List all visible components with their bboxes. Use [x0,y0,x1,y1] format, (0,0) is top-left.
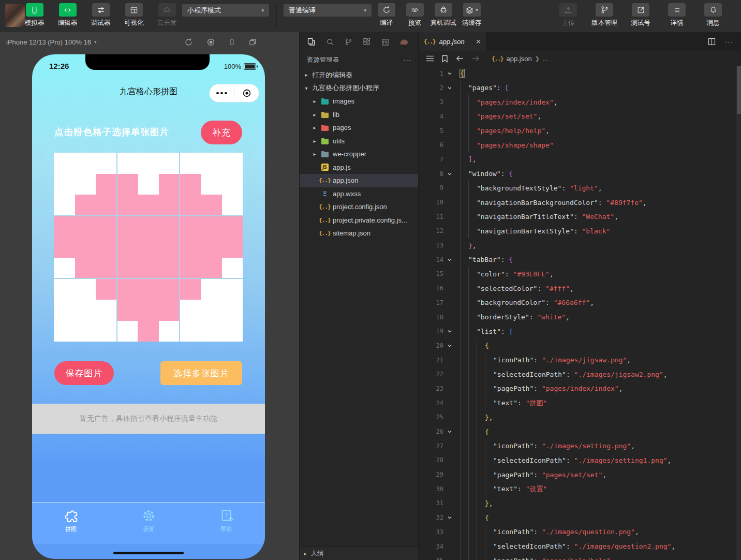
details-button[interactable]: 详情 [662,3,691,27]
code-line[interactable]: 24"text": "拼图" [419,396,741,410]
tree-open-editors[interactable]: ▸打开的编辑器 [300,68,419,82]
code-line[interactable]: 27"iconPath": "./images/setting.png", [419,439,741,453]
extensions-icon[interactable] [363,38,371,46]
code-line[interactable]: 28"selectedIconPath": "./images/setting1… [419,453,741,468]
tree-item-project.config.json[interactable]: {..}project.config.json [300,200,419,214]
code-line[interactable]: 16"selectedColor": "#fff", [419,281,741,296]
record-icon[interactable] [206,38,215,47]
code-line[interactable]: 15"color": "#93E0FE", [419,267,741,282]
tree-item-pages[interactable]: ▸pages [300,121,419,135]
code-line[interactable]: 21"iconPath": "./images/jigsaw.png", [419,353,741,367]
upload-button[interactable]: 上传 [554,3,583,27]
device-debug-button[interactable]: 真机调试 [431,3,456,27]
code-line[interactable]: 1{ [419,66,741,81]
editor-button[interactable]: 编辑器 [55,3,80,27]
compile-button[interactable]: 编译 [374,3,399,27]
compile-mode-select[interactable]: 普通编译 ▾ [284,4,372,17]
messages-button[interactable]: 消息 [699,3,728,27]
code-line[interactable]: 33"iconPath": "./images/question.png", [419,525,741,539]
indent-guides [460,424,485,439]
tree-item-we-cropper[interactable]: ▸we-cropper [300,148,419,161]
code-line[interactable]: 12"navigationBarTextStyle": "black" [419,224,741,239]
tabbar-item-jigsaw[interactable]: 拼图 [32,503,110,544]
code-line[interactable]: 23"pagePath": "pages/index/index", [419,381,741,396]
code-line[interactable]: 25}, [419,410,741,425]
forward-arrow-icon[interactable] [471,55,480,62]
tree-item-images[interactable]: ▸images [300,95,419,108]
git-branch-icon[interactable] [345,38,352,46]
capsule-exit-button[interactable] [234,89,259,98]
code-line[interactable]: 26{ [419,424,741,439]
code-line[interactable]: 2"pages": [ [419,81,741,95]
code-line[interactable]: 17"backgroundColor": "#66a6ff", [419,296,741,310]
debugger-button[interactable]: 调试器 [88,3,113,27]
device-icon[interactable] [229,38,235,47]
code-line[interactable]: 9"backgroundTextStyle": "light", [419,181,741,196]
tree-project-root[interactable]: ▾九宫格心形拼图小程序 [300,82,419,95]
code-line[interactable]: 30"text": "设置" [419,482,741,496]
heart-puzzle-grid[interactable] [54,153,243,342]
more-actions-icon[interactable]: ··· [403,56,411,64]
code-line[interactable]: 13}, [419,238,741,253]
code-line[interactable]: 32{ [419,510,741,525]
scrollbar-thumb[interactable] [737,66,741,114]
refresh-icon[interactable] [184,38,193,47]
visualization-button[interactable]: 可视化 [121,3,146,27]
npm-icon[interactable] [381,38,389,46]
tree-item-utils[interactable]: ▸utils [300,135,419,148]
more-actions-icon[interactable]: ··· [725,38,733,46]
windows-icon[interactable] [248,38,257,46]
code-line[interactable]: 6"pages/shape/shape" [419,138,741,152]
editor-scrollbar[interactable] [736,66,741,560]
code-line[interactable]: 22"selectedIconPath": "./images/jigsaw2.… [419,367,741,381]
save-image-button[interactable]: 保存图片 [54,361,114,385]
code-line[interactable]: 11"navigationBarTitleText": "WeChat", [419,210,741,224]
preview-button[interactable]: 预览 [402,3,427,27]
clear-cache-button[interactable]: ▾清缓存 [459,3,484,27]
outline-section[interactable]: ▸ 大纲 [300,546,419,560]
back-arrow-icon[interactable] [455,55,464,62]
code-line[interactable]: 4"pages/set/set", [419,109,741,124]
select-multi-images-button[interactable]: 选择多张图片 [160,361,242,385]
split-editor-icon[interactable] [708,38,716,46]
code-line[interactable]: 8"window": { [419,167,741,181]
tree-item-app.js[interactable]: JSapp.js [300,161,419,174]
mode-select[interactable]: 小程序模式 ▾ [182,4,269,17]
code-line[interactable]: 14"tabBar": { [419,253,741,267]
files-icon[interactable] [307,38,316,47]
code-line[interactable]: 35"pagePath": "pages/help/help" [419,553,741,560]
search-icon[interactable] [326,38,334,46]
tree-item-app.json[interactable]: {..}app.json [300,174,419,187]
cloud-dev-button[interactable]: 云开发 [154,3,180,27]
tree-item-lib[interactable]: ▸lib [300,108,419,122]
outline-list-icon[interactable] [426,55,434,62]
code-line[interactable]: 18"borderStyle": "white", [419,310,741,325]
device-selector[interactable]: iPhone 12/13 (Pro) 100% 16 [6,38,91,46]
capsule-menu-button[interactable] [210,92,234,95]
devtools-icon[interactable] [399,39,408,46]
code-line-content: "selectedIconPath": "./images/setting1.p… [460,453,671,468]
code-line[interactable]: 29"pagePath": "pages/set/set", [419,467,741,482]
test-account-button[interactable]: 测试号 [626,3,655,27]
bookmark-icon[interactable] [441,55,448,63]
version-button[interactable]: 版本管理 [590,3,619,27]
code-line[interactable]: 19"list": [ [419,324,741,338]
tree-item-app.wxss[interactable]: Ξapp.wxss [300,187,419,201]
code-line[interactable]: 34"selectedIconPath": "./images/question… [419,539,741,554]
breadcrumb[interactable]: {..} app.json ❯ ... [492,55,548,63]
simulator-button[interactable]: 模拟器 [22,3,47,27]
code-line[interactable]: 20{ [419,338,741,353]
code-line[interactable]: 7], [419,152,741,167]
tree-item-project.private.config.js...[interactable]: {..}project.private.config.js... [300,214,419,227]
tabbar-item-help[interactable]: ?帮助 [187,503,265,544]
close-icon[interactable]: ✕ [476,38,481,46]
code-line[interactable]: 5"pages/help/help", [419,124,741,138]
code-line[interactable]: 31}, [419,496,741,511]
supplement-button[interactable]: 补充 [201,121,242,144]
tree-item-sitemap.json[interactable]: {..}sitemap.json [300,227,419,240]
tabbar-item-gear[interactable]: 设置 [110,503,187,544]
code-area[interactable]: 1{2"pages": [3"pages/index/index",4"page… [419,66,741,560]
code-line[interactable]: 10"navigationBarBackgroundColor": "#89f7… [419,195,741,210]
tab-app-json[interactable]: {..} app.json ✕ [419,32,487,51]
code-line[interactable]: 3"pages/index/index", [419,95,741,109]
